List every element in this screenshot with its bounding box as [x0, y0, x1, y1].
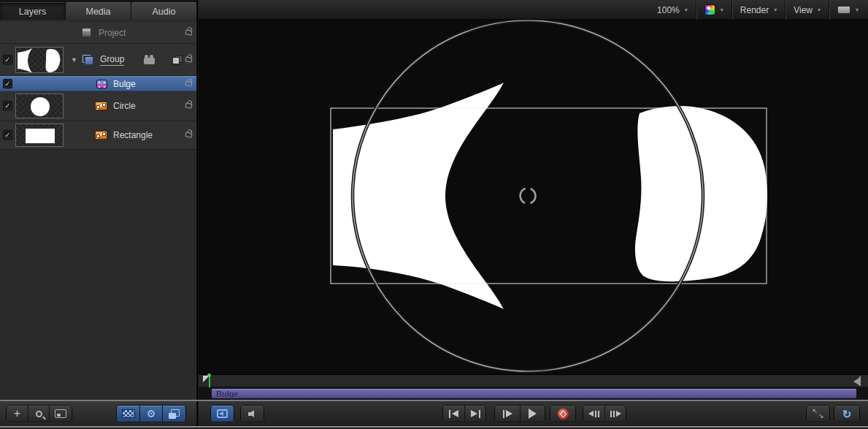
- step-forward-button[interactable]: [604, 406, 626, 422]
- panel-tab-bar: Layers Media Audio: [0, 0, 197, 20]
- chevron-down-icon: ▾: [818, 7, 821, 13]
- thumb-bean-shape: [46, 49, 61, 72]
- step-back-icon: [588, 411, 594, 417]
- activation-checkbox[interactable]: ✓: [3, 55, 12, 64]
- show-project-pane-button[interactable]: [211, 406, 234, 422]
- play-from-start-icon: [503, 410, 504, 418]
- preview-button[interactable]: [49, 406, 72, 422]
- search-button[interactable]: [28, 406, 49, 422]
- loop-playback-button[interactable]: ↻: [834, 406, 859, 422]
- tab-audio[interactable]: Audio: [131, 2, 197, 20]
- layer-name: Circle: [113, 101, 136, 111]
- search-icon: [36, 411, 42, 417]
- layer-row-project[interactable]: Project: [0, 22, 197, 44]
- group-icon: [82, 55, 93, 65]
- layers-panel: Project ✓ ▼ Group ✓ Bulge ✓: [0, 20, 197, 400]
- shape-bezier-icon: [95, 131, 107, 140]
- transparency-checkerboard-toggle[interactable]: [117, 406, 139, 422]
- add-layer-button[interactable]: +: [7, 406, 28, 422]
- lock-icon[interactable]: [185, 102, 192, 109]
- timeline-scrubber[interactable]: [199, 374, 868, 387]
- panel-canvas-divider[interactable]: [196, 0, 199, 429]
- plus-icon: +: [14, 408, 20, 419]
- go-to-start-button[interactable]: [443, 406, 464, 422]
- tab-layers[interactable]: Layers: [0, 2, 66, 20]
- lock-icon[interactable]: [185, 29, 192, 36]
- clones-toggle-button[interactable]: [162, 406, 185, 422]
- layer-name: Bulge: [113, 79, 136, 89]
- channels-dropdown[interactable]: ▾: [696, 0, 731, 20]
- project-icon: [82, 28, 91, 37]
- layer-thumbnail: [15, 47, 64, 73]
- activation-checkbox[interactable]: ✓: [3, 101, 12, 110]
- speaker-icon: [248, 409, 257, 418]
- toolbar-separator-line: [0, 400, 868, 401]
- canvas-svg: [199, 20, 868, 374]
- disclosure-triangle[interactable]: ▼: [71, 56, 77, 64]
- zoom-level-dropdown[interactable]: 100% ▾: [649, 0, 696, 20]
- settings-menu-button[interactable]: ⚙: [139, 406, 162, 422]
- go-to-end-button[interactable]: [464, 406, 485, 422]
- layer-row-group[interactable]: ✓ ▼ Group: [0, 44, 197, 76]
- render-camera-icon[interactable]: [144, 58, 155, 64]
- layer-name: Project: [99, 28, 126, 38]
- layer-thumbnail: [15, 124, 64, 147]
- layer-row-rectangle[interactable]: ✓ Rectangle: [0, 121, 197, 150]
- go-to-end-icon: [471, 410, 477, 417]
- layers-panel-footer: + ⚙: [0, 401, 197, 426]
- color-wheel-icon: [704, 4, 715, 15]
- blend-mode-icon[interactable]: [172, 56, 183, 64]
- layer-name: Group: [100, 54, 124, 66]
- thumb-crescent-shape: [18, 48, 32, 73]
- play-button[interactable]: [520, 406, 545, 422]
- activation-checkbox[interactable]: ✓: [3, 79, 12, 88]
- lock-icon[interactable]: [185, 80, 192, 87]
- display-icon: [837, 6, 850, 14]
- play-range-end-marker[interactable]: [853, 376, 861, 386]
- gear-icon: ⚙: [147, 409, 156, 419]
- lock-icon[interactable]: [185, 132, 192, 138]
- layer-thumbnail: [15, 94, 64, 118]
- chevron-down-icon: ▾: [685, 7, 688, 13]
- go-to-start-icon: [449, 410, 450, 418]
- fullscreen-button[interactable]: ↖ ↘: [807, 406, 829, 422]
- record-button[interactable]: [550, 406, 575, 422]
- preview-frame-icon: [55, 409, 66, 418]
- view-label: View: [794, 5, 813, 15]
- filter-strip-icon: [96, 80, 107, 88]
- chevron-down-icon: ▾: [856, 7, 859, 13]
- record-icon: [558, 409, 569, 419]
- canvas-toolbar: 100% ▾ ▾ Render ▾ View ▾ ▾: [649, 0, 867, 20]
- canvas-background: [199, 20, 868, 374]
- thumb-rect-shape: [26, 129, 55, 143]
- layer-row-circle[interactable]: ✓ Circle: [0, 91, 197, 121]
- step-back-button[interactable]: [583, 406, 604, 422]
- render-dropdown[interactable]: Render ▾: [731, 0, 785, 20]
- chevron-down-icon: ▾: [721, 7, 723, 13]
- display-dropdown[interactable]: ▾: [829, 0, 867, 20]
- view-dropdown[interactable]: View ▾: [785, 0, 829, 20]
- tab-media[interactable]: Media: [66, 2, 131, 20]
- layer-name: Rectangle: [113, 130, 153, 140]
- play-from-start-button[interactable]: [495, 406, 520, 422]
- zoom-level-value: 100%: [657, 5, 680, 15]
- transport-bar: ↖ ↘ ↻: [199, 401, 868, 426]
- top-bar: Layers Media Audio 100% ▾ ▾ Render ▾ Vie…: [0, 0, 868, 20]
- step-forward-icon: [616, 411, 621, 417]
- timeline-bar-label: Bulge: [216, 390, 239, 398]
- timeline-bar-bulge[interactable]: Bulge: [211, 388, 857, 399]
- render-label: Render: [740, 5, 769, 15]
- timeline-track: Bulge: [199, 387, 868, 400]
- lock-icon[interactable]: [185, 56, 192, 63]
- loop-icon: ↻: [842, 409, 852, 419]
- project-pane-icon: [217, 409, 228, 418]
- shape-bezier-icon: [95, 102, 107, 110]
- chevron-down-icon: ▾: [774, 7, 777, 13]
- layer-row-bulge[interactable]: ✓ Bulge: [0, 76, 197, 91]
- canvas-viewport[interactable]: [199, 20, 868, 374]
- playhead-dot-icon: [207, 373, 211, 377]
- motion-app-window: Layers Media Audio 100% ▾ ▾ Render ▾ Vie…: [0, 0, 868, 429]
- audio-mute-button[interactable]: [241, 406, 264, 422]
- layered-copies-icon: [169, 409, 180, 419]
- activation-checkbox[interactable]: ✓: [3, 130, 12, 140]
